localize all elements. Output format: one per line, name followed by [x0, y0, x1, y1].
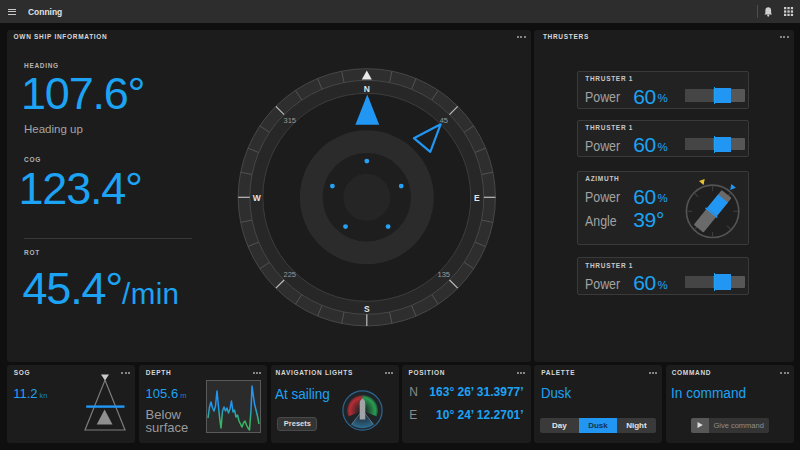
svg-text:225: 225: [284, 270, 297, 279]
svg-text:E: E: [474, 193, 480, 203]
svg-text:W: W: [253, 193, 262, 203]
svg-text:315: 315: [284, 116, 297, 125]
svg-text:135: 135: [438, 270, 451, 279]
svg-text:N: N: [364, 84, 370, 94]
svg-text:S: S: [364, 304, 370, 314]
